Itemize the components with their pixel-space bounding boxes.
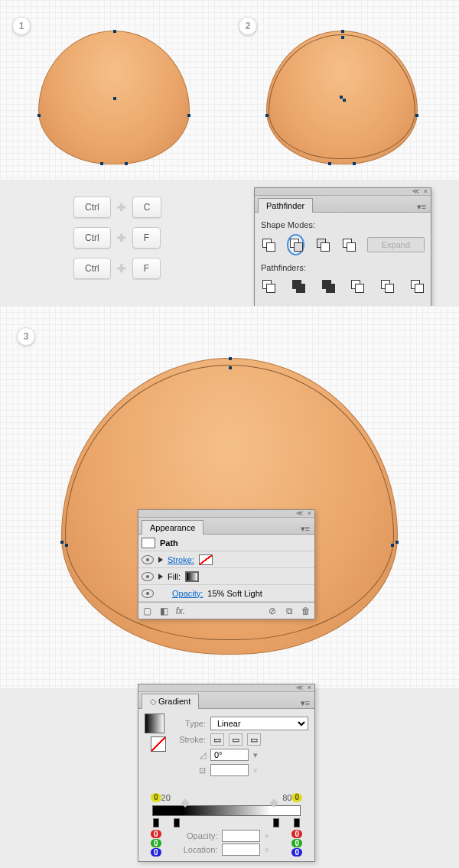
tab-pathfinder[interactable]: Pathfinder <box>258 198 313 213</box>
key-letter: F <box>132 258 161 279</box>
outline-button[interactable] <box>379 277 396 295</box>
fill-swatch[interactable] <box>185 571 199 582</box>
panel-topbar: ≪ × <box>138 684 314 692</box>
gradient-stop[interactable] <box>174 818 180 827</box>
fill-stroke-proxy[interactable] <box>145 714 166 779</box>
appearance-row-stroke[interactable]: Stroke: <box>138 551 314 568</box>
visibility-toggle-icon[interactable] <box>142 589 154 598</box>
stroke-proxy-swatch[interactable] <box>151 736 166 752</box>
shortcut-row: Ctrl ✚ F <box>73 258 161 279</box>
fx-icon[interactable]: fx. <box>175 606 186 616</box>
anchor-point[interactable] <box>60 541 63 544</box>
expand-button[interactable]: Expand <box>367 237 425 252</box>
new-stroke-icon[interactable]: ▢ <box>142 606 152 616</box>
anchor-point[interactable] <box>113 97 116 100</box>
collapse-icon[interactable]: ≪ <box>296 684 303 691</box>
type-label: Type: <box>172 719 206 728</box>
clear-icon[interactable]: ⊘ <box>267 606 278 616</box>
expand-toggle-icon[interactable] <box>158 557 163 563</box>
stroke-label[interactable]: Stroke: <box>168 555 194 564</box>
shape-bun-1[interactable] <box>38 31 190 164</box>
gradient-panel[interactable]: ≪ × ◇ Gradient ▾≡ Type: Linear <box>138 684 315 862</box>
appearance-row-opacity[interactable]: Opacity: 15% Soft Light <box>138 585 314 602</box>
exclude-button[interactable] <box>341 236 356 254</box>
merge-button[interactable] <box>320 277 336 295</box>
stroke-across-icon[interactable]: ▭ <box>247 733 261 746</box>
gradient-slider[interactable] <box>152 805 301 816</box>
close-icon[interactable]: × <box>308 684 311 691</box>
shape-bun-2[interactable] <box>266 31 418 164</box>
tab-gradient[interactable]: ◇ Gradient <box>142 694 199 709</box>
anchor-point[interactable] <box>415 114 418 117</box>
anchor-point[interactable] <box>391 544 394 547</box>
value-chip: 0 <box>291 830 302 838</box>
panel-menu-icon[interactable]: ▾≡ <box>412 202 431 212</box>
anchor-point[interactable] <box>328 162 331 165</box>
anchor-point[interactable] <box>265 114 269 117</box>
step-badge-1: 1 <box>12 17 31 35</box>
anchor-point[interactable] <box>229 366 232 369</box>
anchor-point[interactable] <box>343 99 346 102</box>
stroke-swatch-none[interactable] <box>199 554 213 565</box>
minus-front-button[interactable] <box>287 234 305 255</box>
gradient-type-select[interactable]: Linear <box>210 717 308 730</box>
plus-icon: ✚ <box>117 232 126 244</box>
opacity-value: 15% Soft Light <box>207 589 262 598</box>
divide-button[interactable] <box>261 277 277 295</box>
angle-input[interactable] <box>210 749 249 761</box>
stroke-along-icon[interactable]: ▭ <box>229 733 243 746</box>
collapse-icon[interactable]: ≪ <box>412 188 419 195</box>
anchor-point[interactable] <box>396 541 399 544</box>
appearance-row-fill[interactable]: Fill: <box>138 568 314 585</box>
panel-menu-icon[interactable]: ▾≡ <box>296 698 314 708</box>
tab-appearance[interactable]: Appearance <box>142 520 203 535</box>
appearance-row-object[interactable]: Path <box>138 535 314 551</box>
expand-toggle-icon[interactable] <box>158 574 163 580</box>
step-badge-2: 2 <box>239 17 257 35</box>
gradient-stop[interactable] <box>294 818 300 827</box>
visibility-toggle-icon[interactable] <box>142 572 154 581</box>
pathfinder-panel[interactable]: ≪ × Pathfinder ▾≡ Shape Modes: Expand Pa… <box>254 187 431 308</box>
plus-icon: ✚ <box>117 262 126 275</box>
unite-button[interactable] <box>261 236 276 254</box>
gradient-preview-swatch[interactable] <box>145 714 164 733</box>
key-modifier: Ctrl <box>73 197 111 218</box>
anchor-point[interactable] <box>341 30 344 33</box>
collapse-icon[interactable]: ≪ <box>296 510 303 517</box>
shape-modes-row: Expand <box>261 234 425 255</box>
aspect-input[interactable] <box>210 764 249 776</box>
minus-back-button[interactable] <box>409 277 425 295</box>
crop-button[interactable] <box>350 277 366 295</box>
aspect-icon: ⊡ <box>172 766 206 775</box>
anchor-point[interactable] <box>100 162 103 165</box>
key-letter: F <box>132 227 161 249</box>
visibility-toggle-icon[interactable] <box>142 555 154 564</box>
intersect-button[interactable] <box>315 236 330 254</box>
trim-button[interactable] <box>291 277 307 295</box>
anchor-point[interactable] <box>353 162 356 165</box>
appearance-panel[interactable]: ≪ × Appearance ▾≡ Path Stroke: Fill: <box>138 509 315 619</box>
anchor-point[interactable] <box>125 162 128 165</box>
anchor-point[interactable] <box>229 357 232 360</box>
anchor-point[interactable] <box>65 544 68 547</box>
anchor-point[interactable] <box>37 114 41 117</box>
anchor-point[interactable] <box>113 30 116 33</box>
trash-icon[interactable]: 🗑 <box>301 606 311 616</box>
angle-icon: ◿ <box>172 750 206 760</box>
canvas-section-3: 3 ≪ × Appearance ▾≡ Path Stroke: <box>0 306 459 688</box>
gradient-stop[interactable] <box>273 818 279 827</box>
anchor-point[interactable] <box>341 36 344 39</box>
gradient-stop[interactable] <box>153 818 159 827</box>
stroke-within-icon[interactable]: ▭ <box>210 733 224 746</box>
opacity-label[interactable]: Opacity: <box>172 589 203 598</box>
midpoint-right: 80 <box>282 793 291 802</box>
midpoint-left: 20 <box>161 793 171 802</box>
new-fill-icon[interactable]: ◧ <box>158 606 169 616</box>
panel-menu-icon[interactable]: ▾≡ <box>296 524 314 534</box>
stop-location-input[interactable] <box>222 844 260 856</box>
duplicate-icon[interactable]: ⧉ <box>284 606 295 616</box>
anchor-point[interactable] <box>187 114 190 117</box>
stop-opacity-input[interactable] <box>222 830 260 842</box>
close-icon[interactable]: × <box>424 188 428 195</box>
close-icon[interactable]: × <box>308 510 311 517</box>
